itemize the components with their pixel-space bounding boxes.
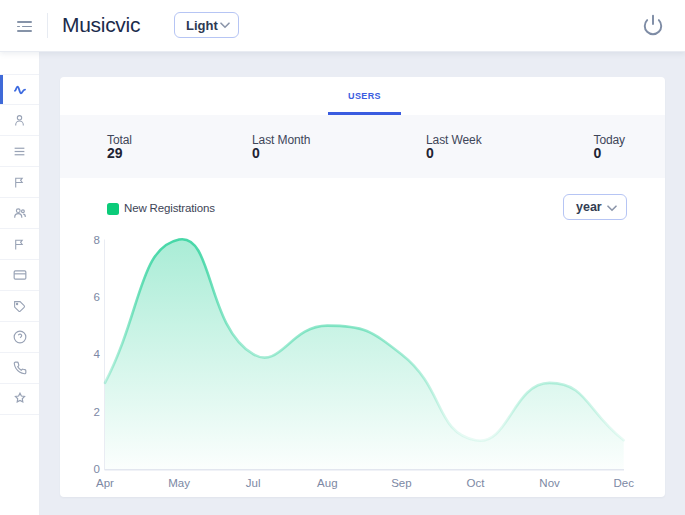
svg-text:Nov: Nov [539, 477, 560, 489]
svg-text:May: May [168, 477, 190, 489]
svg-text:0: 0 [94, 463, 100, 475]
svg-text:4: 4 [94, 348, 101, 360]
svg-text:Dec: Dec [613, 477, 634, 489]
svg-text:Apr: Apr [96, 477, 114, 489]
svg-text:Jul: Jul [246, 477, 261, 489]
svg-text:6: 6 [94, 291, 100, 303]
svg-text:Sep: Sep [391, 477, 411, 489]
svg-text:2: 2 [94, 406, 100, 418]
svg-text:Oct: Oct [467, 477, 486, 489]
svg-text:Aug: Aug [317, 477, 337, 489]
svg-text:8: 8 [94, 234, 100, 246]
